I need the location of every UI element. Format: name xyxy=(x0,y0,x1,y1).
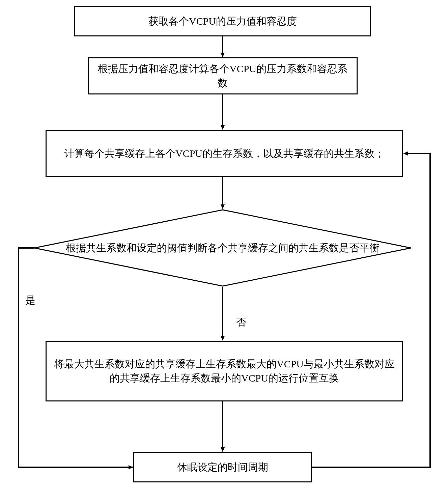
step-swap-vcpu: 将最大共生系数对应的共享缓存上生存系数最大的VCPU与最小共生系数对应的共享缓存… xyxy=(46,341,403,401)
flowchart-canvas: 获取各个VCPU的压力值和容忍度 根据压力值和容忍度计算各个VCPU的压力系数和… xyxy=(0,0,448,503)
step-text: 获取各个VCPU的压力值和容忍度 xyxy=(148,14,297,28)
step-text: 将最大共生系数对应的共享缓存上生存系数最大的VCPU与最小共生系数对应的共享缓存… xyxy=(51,357,398,385)
step-text: 计算每个共享缓存上各个VCPU的生存系数，以及共享缓存的共生系数； xyxy=(64,146,385,161)
step-calc-coefficients: 根据压力值和容忍度计算各个VCPU的压力系数和容忍系数 xyxy=(88,57,358,94)
label-no: 否 xyxy=(236,315,246,329)
step-sleep: 休眠设定的时间周期 xyxy=(133,452,312,482)
step-text: 休眠设定的时间周期 xyxy=(177,460,268,474)
decision-text: 根据共生系数和设定的阈值判断各个共享缓存之间的共生系数是否平衡 xyxy=(66,241,380,255)
step-calc-survival: 计算每个共享缓存上各个VCPU的生存系数，以及共享缓存的共生系数； xyxy=(46,130,403,177)
step-acquire-values: 获取各个VCPU的压力值和容忍度 xyxy=(74,6,371,36)
decision-balance: 根据共生系数和设定的阈值判断各个共享缓存之间的共生系数是否平衡 xyxy=(34,209,412,287)
label-yes: 是 xyxy=(25,294,35,307)
step-text: 根据压力值和容忍度计算各个VCPU的压力系数和容忍系数 xyxy=(93,62,353,90)
